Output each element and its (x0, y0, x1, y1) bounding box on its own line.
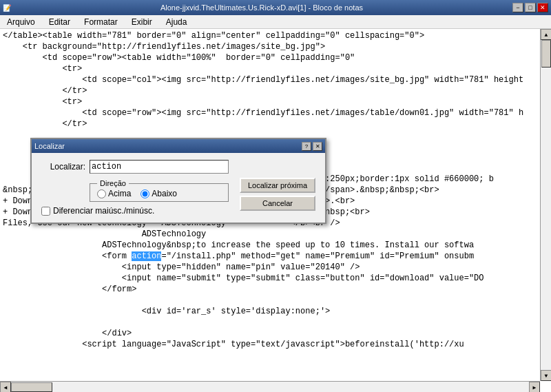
menu-arquivo[interactable]: Arquivo (3, 17, 39, 28)
menu-ajuda[interactable]: Ajuda (162, 17, 191, 28)
menu-bar: Arquivo Editar Formatar Exibir Ajuda (0, 15, 551, 29)
find-dialog: Localizar ? ✕ Localizar: Direção (30, 138, 326, 224)
dialog-title: Localizar (34, 142, 65, 150)
find-row: Localizar: (41, 160, 229, 174)
scroll-up-button[interactable]: ▲ (541, 29, 551, 40)
dialog-buttons: Localizar próxima Cancelar (234, 178, 315, 211)
case-sensitive-label: Diferenciar maiúsc./minúsc. (53, 206, 154, 216)
scroll-thumb-horizontal[interactable] (11, 382, 52, 392)
scroll-left-button[interactable]: ◀ (0, 382, 11, 392)
menu-exibir[interactable]: Exibir (127, 17, 156, 28)
dialog-title-bar: Localizar ? ✕ (32, 139, 325, 153)
dialog-close-button[interactable]: ✕ (313, 142, 322, 151)
dialog-controls: ? ✕ (302, 142, 322, 151)
find-next-button[interactable]: Localizar próxima (240, 178, 315, 193)
cancel-button[interactable]: Cancelar (240, 196, 315, 211)
scroll-thumb-vertical[interactable] (541, 40, 551, 68)
radio-up[interactable]: Acima (97, 189, 131, 198)
scroll-down-button[interactable]: ▼ (541, 370, 551, 381)
direction-row: Direção Acima Abaixo (41, 179, 229, 202)
scrollbar-vertical[interactable]: ▲ ▼ (540, 29, 551, 381)
menu-formatar[interactable]: Formatar (80, 17, 122, 28)
radio-up-label: Acima (108, 189, 131, 198)
radio-down-input[interactable] (141, 189, 149, 198)
window-controls: − □ ✕ (512, 3, 548, 12)
direction-fieldset: Direção Acima Abaixo (90, 179, 229, 202)
scroll-right-button[interactable]: ▶ (529, 382, 540, 392)
window-title: Alone-jjxvid.TheUltimates.Us.Rick-xD.avi… (11, 3, 512, 12)
find-label: Localizar: (41, 162, 90, 172)
dialog-help-button[interactable]: ? (302, 142, 311, 151)
checkbox-row: Diferenciar maiúsc./minúsc. (41, 206, 229, 216)
case-sensitive-checkbox[interactable] (41, 207, 50, 216)
find-input[interactable] (90, 160, 229, 174)
radio-down[interactable]: Abaixo (141, 189, 177, 198)
maximize-button[interactable]: □ (525, 3, 536, 12)
scrollbar-horizontal[interactable]: ◀ ▶ (0, 381, 540, 392)
dialog-body: Localizar: Direção Acima (32, 153, 325, 223)
app-icon: 📝 (3, 4, 11, 12)
radio-down-label: Abaixo (152, 189, 177, 198)
radio-up-input[interactable] (97, 189, 106, 198)
title-bar: 📝 Alone-jjxvid.TheUltimates.Us.Rick-xD.a… (0, 0, 551, 15)
notepad-area[interactable]: </table><table width="781" border="0" al… (0, 29, 551, 392)
direction-options: Acima Abaixo (97, 189, 221, 198)
menu-editar[interactable]: Editar (45, 17, 74, 28)
close-button[interactable]: ✕ (537, 3, 548, 12)
minimize-button[interactable]: − (512, 3, 523, 12)
direction-legend: Direção (97, 179, 129, 187)
